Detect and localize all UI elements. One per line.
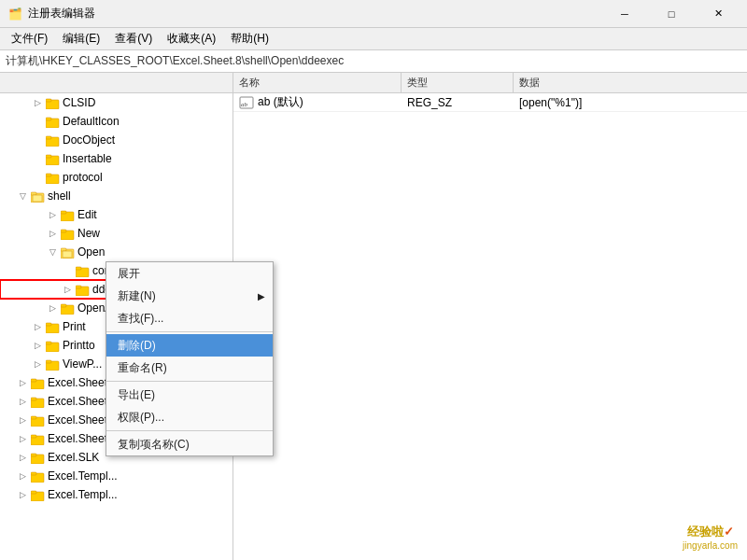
tree-item-excel-templ-1[interactable]: ▷ Excel.Templ... xyxy=(0,467,233,485)
menu-edit[interactable]: 编辑(E) xyxy=(55,29,107,49)
tree-label: DefaultIcon xyxy=(63,115,120,128)
folder-icon xyxy=(45,97,60,109)
svg-rect-39 xyxy=(31,435,36,438)
svg-rect-11 xyxy=(31,192,36,195)
tree-label: New xyxy=(78,227,100,240)
folder-icon xyxy=(30,414,45,427)
menu-help[interactable]: 帮助(H) xyxy=(223,29,276,49)
svg-rect-16 xyxy=(61,230,66,232)
svg-rect-27 xyxy=(46,323,51,326)
watermark-line2: jingyarla.com xyxy=(683,540,738,551)
folder-icon xyxy=(60,209,75,221)
tree-label: CLSID xyxy=(63,96,95,109)
tree-item-edit[interactable]: ▷ Edit xyxy=(0,205,233,224)
ctx-export-label: 导出(E) xyxy=(118,387,155,403)
right-panel: 名称 类型 数据 ab ab (默认) REG_SZ [open("%1")] xyxy=(233,73,747,560)
tree-item-defaulticon[interactable]: ▷ DefaultIcon xyxy=(0,112,233,131)
ctx-delete[interactable]: 删除(D) xyxy=(106,334,273,357)
menu-file[interactable]: 文件(F) xyxy=(4,29,55,49)
ctx-new-label: 新建(N) xyxy=(118,288,156,304)
tree-item-excel-templ-2[interactable]: ▷ Excel.Templ... xyxy=(0,485,233,504)
svg-rect-29 xyxy=(46,342,51,344)
ctx-separator-1 xyxy=(106,331,273,332)
folder-icon xyxy=(60,302,75,315)
svg-rect-12 xyxy=(33,195,42,202)
svg-rect-5 xyxy=(46,136,51,139)
tree-item-new[interactable]: ▷ New xyxy=(0,224,233,243)
toggle-icon: ▷ xyxy=(15,413,30,427)
toggle-icon: ▷ xyxy=(45,207,60,222)
ctx-find-label: 查找(F)... xyxy=(118,311,163,327)
tree-item-shell[interactable]: ▽ shell xyxy=(0,187,233,205)
menu-view[interactable]: 查看(V) xyxy=(107,29,160,49)
svg-rect-37 xyxy=(31,416,36,419)
menu-favorites[interactable]: 收藏夹(A) xyxy=(160,29,223,49)
toggle-icon: ▽ xyxy=(15,189,30,203)
ctx-separator-3 xyxy=(106,430,273,431)
reg-ab-icon: ab xyxy=(239,95,254,110)
right-panel-header: 名称 类型 数据 xyxy=(233,73,747,93)
folder-open-icon xyxy=(60,246,75,259)
tree-label: Print xyxy=(63,320,86,333)
registry-row-default[interactable]: ab ab (默认) REG_SZ [open("%1")] xyxy=(233,93,747,112)
window-title: 注册表编辑器 xyxy=(28,6,95,21)
toggle-icon: ▷ xyxy=(45,301,60,315)
svg-rect-41 xyxy=(31,454,36,456)
toggle-icon: ▷ xyxy=(15,394,30,409)
tree-item-open[interactable]: ▽ Open xyxy=(0,243,233,261)
svg-rect-14 xyxy=(61,211,66,214)
ctx-permissions[interactable]: 权限(P)... xyxy=(106,406,273,428)
reg-name-text: ab (默认) xyxy=(258,94,303,110)
tree-label: Open xyxy=(78,245,105,259)
close-button[interactable]: ✕ xyxy=(697,0,740,28)
ctx-new[interactable]: 新建(N) ▶ xyxy=(106,285,273,307)
tree-label: Edit xyxy=(78,208,97,221)
folder-icon xyxy=(45,358,60,371)
col-type-header: 类型 xyxy=(402,73,514,93)
tree-item-protocol[interactable]: ▷ protocol xyxy=(0,168,233,187)
folder-icon xyxy=(75,284,90,296)
address-bar: 计算机\HKEY_CLASSES_ROOT\Excel.Sheet.8\shel… xyxy=(0,50,747,73)
toggle-icon: ▷ xyxy=(15,469,30,483)
svg-rect-19 xyxy=(63,251,72,258)
svg-rect-7 xyxy=(46,155,51,158)
svg-rect-9 xyxy=(46,174,51,176)
folder-icon xyxy=(45,116,60,128)
context-menu: 展开 新建(N) ▶ 查找(F)... 删除(D) 重命名(R) 导出(E) 权… xyxy=(106,261,274,456)
maximize-button[interactable]: □ xyxy=(650,0,693,28)
ctx-find[interactable]: 查找(F)... xyxy=(106,307,273,329)
ctx-export[interactable]: 导出(E) xyxy=(106,384,273,406)
reg-name-cell: ab ab (默认) xyxy=(233,93,402,112)
ctx-rename-label: 重命名(R) xyxy=(118,360,167,376)
tree-item-insertable[interactable]: ▷ Insertable xyxy=(0,149,233,168)
tree-item-clsid[interactable]: ▷ CLSID xyxy=(0,93,233,112)
toggle-icon: ▷ xyxy=(15,431,30,446)
tree-header xyxy=(0,73,233,93)
svg-rect-35 xyxy=(31,398,36,400)
svg-rect-3 xyxy=(46,118,51,120)
ctx-copy-name-label: 复制项名称(C) xyxy=(118,437,190,453)
ctx-permissions-label: 权限(P)... xyxy=(118,410,164,426)
tree-item-docobject[interactable]: ▷ DocObject xyxy=(0,131,233,149)
toggle-icon: ▽ xyxy=(45,245,60,259)
minimize-button[interactable]: ─ xyxy=(603,0,646,28)
menu-bar: 文件(F) 编辑(E) 查看(V) 收藏夹(A) 帮助(H) xyxy=(0,28,747,50)
toggle-icon: ▷ xyxy=(30,319,45,334)
ctx-expand[interactable]: 展开 xyxy=(106,262,273,285)
folder-icon xyxy=(45,172,60,184)
right-content: ab ab (默认) REG_SZ [open("%1")] xyxy=(233,93,747,560)
folder-icon xyxy=(30,489,45,501)
tree-label: Insertable xyxy=(63,152,112,165)
svg-rect-33 xyxy=(31,379,36,382)
toggle-icon: ▷ xyxy=(60,282,75,297)
folder-icon xyxy=(30,470,45,483)
tree-label: Excel.Templ... xyxy=(48,469,118,483)
svg-text:ab: ab xyxy=(241,101,248,108)
folder-icon xyxy=(45,134,60,147)
tree-label: Excel.Templ... xyxy=(48,488,118,501)
toggle-icon: ▷ xyxy=(15,487,30,502)
folder-icon xyxy=(30,452,45,464)
ctx-copy-name[interactable]: 复制项名称(C) xyxy=(106,433,273,455)
title-bar: 🗂️ 注册表编辑器 ─ □ ✕ xyxy=(0,0,747,28)
ctx-rename[interactable]: 重命名(R) xyxy=(106,357,273,379)
